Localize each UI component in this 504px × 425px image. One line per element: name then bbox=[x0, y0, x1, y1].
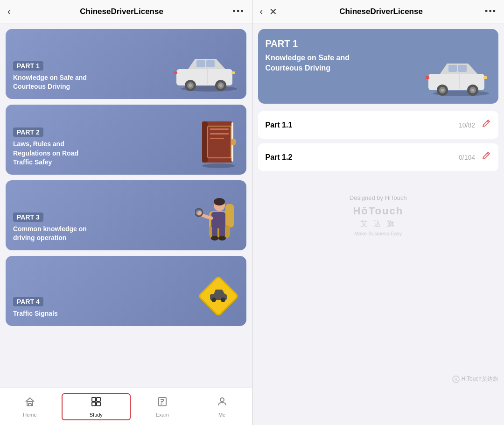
part1-title: Knowledge on Safe and Courteous Driving bbox=[13, 73, 97, 92]
tab-home-label: Home bbox=[23, 412, 36, 418]
me-icon bbox=[217, 396, 228, 410]
exam-icon bbox=[157, 396, 168, 410]
sub-part-1-1-count: 10/82 bbox=[459, 121, 475, 129]
sub-part-1-2-name: Part 1.2 bbox=[266, 153, 293, 162]
hitouch-slogan: Make Business Easy bbox=[267, 231, 490, 236]
sub-part-1-1-name: Part 1.1 bbox=[266, 121, 293, 129]
svg-point-55 bbox=[441, 89, 444, 92]
sub-part-1-1-edit-icon[interactable] bbox=[481, 119, 491, 131]
svg-point-37 bbox=[211, 298, 216, 302]
svg-rect-59 bbox=[483, 76, 487, 79]
watermark: H HiTouch艾达旗 bbox=[452, 375, 498, 383]
right-nav-title: ChineseDriverLicense bbox=[339, 7, 423, 16]
svg-point-38 bbox=[221, 298, 225, 302]
left-panel: ‹ ChineseDriverLicense ••• PART 1 Knowle… bbox=[0, 0, 252, 425]
sub-part-1-1-row[interactable]: Part 1.1 10/82 bbox=[258, 111, 499, 139]
sub-part-1-2-row[interactable]: Part 1.2 0/104 bbox=[258, 143, 499, 171]
part4-card[interactable]: PART 4 Traffic Signals bbox=[6, 256, 246, 326]
svg-rect-43 bbox=[92, 402, 96, 406]
tab-bar: Home Study Exam bbox=[0, 388, 252, 425]
tab-exam[interactable]: Exam bbox=[133, 392, 192, 421]
part4-sign-image bbox=[195, 273, 242, 321]
right-back-button[interactable]: ‹ bbox=[260, 6, 263, 17]
part4-title: Traffic Signals bbox=[13, 309, 58, 319]
svg-rect-16 bbox=[210, 128, 229, 130]
svg-point-32 bbox=[211, 236, 218, 241]
right-nav-dots[interactable]: ••• bbox=[485, 7, 497, 16]
left-nav-title: ChineseDriverLicense bbox=[80, 7, 163, 16]
part1-label: PART 1 bbox=[13, 61, 43, 71]
part2-title: Laws, Rules and Regulations on Road Traf… bbox=[13, 140, 97, 167]
part3-label: PART 3 bbox=[13, 212, 43, 222]
tab-study-label: Study bbox=[90, 412, 103, 418]
hitouch-brand-cn: 艾 达 旗 bbox=[267, 219, 490, 229]
part2-card[interactable]: PART 2 Laws, Rules and Regulations on Ro… bbox=[6, 105, 246, 175]
right-part1-title: Knowledge on Safe and Courteous Driving bbox=[266, 53, 359, 74]
svg-rect-23 bbox=[225, 204, 234, 227]
svg-point-6 bbox=[189, 84, 192, 87]
svg-rect-52 bbox=[458, 65, 467, 72]
right-nav-bar: ‹ ✕ ChineseDriverLicense ••• bbox=[252, 0, 504, 23]
svg-rect-25 bbox=[211, 212, 225, 228]
svg-text:H: H bbox=[455, 377, 457, 382]
tab-me-label: Me bbox=[218, 412, 225, 418]
tab-me[interactable]: Me bbox=[192, 392, 252, 421]
right-part1-car bbox=[419, 55, 494, 99]
tab-home[interactable]: Home bbox=[0, 392, 60, 421]
left-scroll-content: PART 1 Knowledge on Safe and Courteous D… bbox=[0, 23, 252, 388]
svg-rect-21 bbox=[231, 139, 236, 145]
part3-card[interactable]: PART 3 Common knowledge on driving opera… bbox=[6, 180, 246, 250]
sub-part-1-2-edit-icon[interactable] bbox=[481, 151, 491, 163]
svg-rect-40 bbox=[28, 404, 31, 406]
svg-rect-51 bbox=[448, 65, 457, 72]
study-icon bbox=[91, 396, 102, 410]
part2-label: PART 2 bbox=[13, 128, 43, 137]
svg-rect-60 bbox=[426, 76, 429, 79]
part2-book-image bbox=[195, 117, 242, 170]
tab-exam-label: Exam bbox=[156, 412, 169, 418]
left-nav-dots[interactable]: ••• bbox=[233, 7, 245, 16]
right-part1-label: PART 1 bbox=[266, 38, 491, 49]
svg-rect-3 bbox=[206, 60, 215, 67]
designed-by-text: Designed by HiTouch bbox=[267, 194, 490, 201]
svg-rect-15 bbox=[202, 121, 208, 163]
part4-label: PART 4 bbox=[13, 297, 43, 306]
right-part1-header[interactable]: PART 1 Knowledge on Safe and Courteous D… bbox=[258, 29, 499, 104]
svg-rect-42 bbox=[97, 397, 100, 401]
left-back-button[interactable]: ‹ bbox=[7, 6, 11, 17]
svg-rect-41 bbox=[92, 397, 96, 401]
svg-point-48 bbox=[220, 398, 224, 402]
part3-driver-image bbox=[195, 188, 242, 246]
right-scroll-content: PART 1 Knowledge on Safe and Courteous D… bbox=[252, 23, 504, 425]
designed-by-section: Designed by HiTouch HōTouch 艾 达 旗 Make B… bbox=[258, 185, 499, 246]
svg-rect-44 bbox=[97, 402, 100, 406]
part1-card[interactable]: PART 1 Knowledge on Safe and Courteous D… bbox=[6, 29, 246, 99]
left-nav-bar: ‹ ChineseDriverLicense ••• bbox=[0, 0, 252, 23]
svg-rect-11 bbox=[174, 71, 177, 74]
svg-point-58 bbox=[471, 89, 474, 92]
svg-rect-18 bbox=[210, 138, 224, 139]
svg-point-33 bbox=[218, 236, 226, 241]
tab-study[interactable]: Study bbox=[62, 393, 131, 420]
hitouch-brand-en: HōTouch bbox=[267, 205, 490, 217]
svg-line-62 bbox=[487, 121, 489, 122]
right-close-button[interactable]: ✕ bbox=[269, 6, 277, 17]
svg-line-63 bbox=[487, 153, 489, 155]
svg-rect-2 bbox=[196, 60, 205, 67]
home-icon bbox=[24, 396, 35, 410]
watermark-text: HiTouch艾达旗 bbox=[462, 375, 498, 383]
svg-rect-10 bbox=[231, 71, 235, 74]
svg-point-27 bbox=[214, 198, 225, 205]
sub-part-1-2-count: 0/104 bbox=[459, 154, 475, 161]
part1-car-image bbox=[167, 50, 242, 94]
svg-rect-17 bbox=[210, 133, 229, 135]
part3-title: Common knowledge on driving operation bbox=[13, 225, 97, 243]
right-panel: ‹ ✕ ChineseDriverLicense ••• PART 1 Know… bbox=[252, 0, 504, 425]
svg-point-13 bbox=[202, 163, 235, 168]
svg-point-9 bbox=[219, 84, 222, 87]
